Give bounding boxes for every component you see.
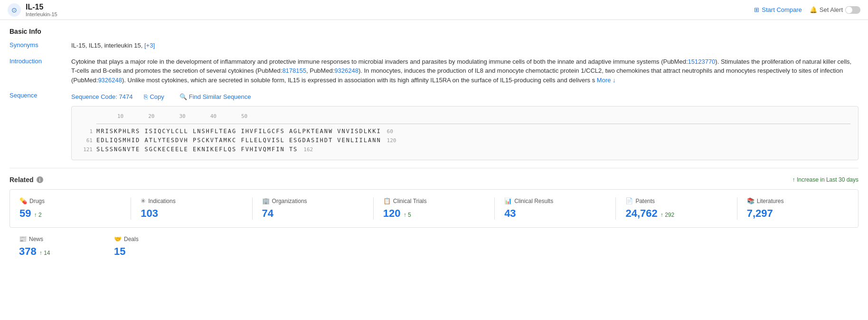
deals-text: Deals [124, 236, 139, 242]
sequence-header: Sequence Code: 7474 ⎘ Copy 🔍 Find Simila… [71, 91, 859, 102]
patents-value: 24,762 ↑ 292 [625, 207, 727, 220]
seq-row-2: 61 EDLIQSMHID ATLYTESDVH PSCKVTAMKC FLLE… [79, 136, 850, 145]
seq-content-3: SLSSNGNVTE SGCKECEELE EKNIKEFLQS FVHIVQM… [96, 145, 298, 154]
ruler-line [96, 124, 850, 124]
stat-literatures[interactable]: 📚 Literatures 7,297 [737, 197, 858, 220]
clinical-results-icon: 📊 [504, 197, 512, 204]
stat-clinical-trials-label: 📋 Clinical Trials [383, 197, 485, 204]
pubmed-link-4[interactable]: 9326248 [98, 77, 122, 84]
ruler-20: 20 [148, 112, 154, 121]
set-alert-button[interactable]: 🔔 Set Alert [810, 6, 860, 14]
main-content: Basic Info Synonyms IL-15, IL15, interle… [0, 20, 868, 265]
literatures-value: 7,297 [747, 207, 849, 220]
seq-content-1: MRISKPHLRS ISIQCYLCLL LNSHFLTEAG IHVFILG… [96, 127, 381, 136]
organizations-icon: 🏢 [262, 197, 270, 204]
seq-row-3: 121 SLSSNGNVTE SGCKECEELE EKNIKEFLQS FVH… [79, 145, 850, 154]
stat-drugs[interactable]: 💊 Drugs 59 ↑ 2 [10, 197, 131, 220]
related-header: Related i ↑ Increase in Last 30 days [9, 176, 859, 184]
news-text: News [29, 236, 43, 242]
stat-patents-label: 📄 Patents [625, 197, 727, 204]
stat-news[interactable]: 📰 News 378 ↑ 14 [9, 235, 104, 258]
find-similar-label: Find Similar Sequence [189, 93, 251, 100]
patents-icon: 📄 [625, 197, 633, 204]
stat-drugs-label: 💊 Drugs [19, 197, 121, 204]
stat-patents[interactable]: 📄 Patents 24,762 ↑ 292 [616, 197, 737, 220]
stat-deals-label: 🤝 Deals [114, 235, 190, 242]
indications-value: 103 [141, 207, 242, 220]
introduction-value: Cytokine that plays a major role in the … [71, 57, 859, 85]
related-title: Related [9, 176, 34, 184]
stat-literatures-label: 📚 Literatures [747, 197, 849, 204]
literatures-icon: 📚 [747, 197, 755, 204]
stat-organizations-label: 🏢 Organizations [262, 197, 364, 204]
entity-info: IL-15 Interleukin-15 [26, 3, 57, 17]
drugs-icon: 💊 [19, 197, 27, 204]
synonyms-label: Synonyms [9, 41, 71, 48]
news-value: 378 ↑ 14 [19, 245, 95, 258]
ruler-40: 40 [210, 112, 217, 121]
stat-clinical-results-label: 📊 Clinical Results [504, 197, 606, 204]
start-compare-button[interactable]: ⊞ Start Compare [754, 6, 802, 13]
seq-content-2: EDLIQSMHID ATLYTESDVH PSCKVTAMKC FLLELQV… [96, 136, 381, 145]
clinical-results-text: Clinical Results [514, 198, 553, 204]
find-similar-icon: 🔍 [179, 93, 187, 100]
set-alert-label: Set Alert [820, 6, 843, 13]
find-similar-button[interactable]: 🔍 Find Similar Sequence [176, 91, 255, 102]
alert-toggle[interactable] [845, 6, 860, 14]
synonyms-row: Synonyms IL-15, IL15, interleukin 15, [+… [9, 41, 859, 50]
clinical-trials-icon: 📋 [383, 197, 391, 204]
stat-clinical-results[interactable]: 📊 Clinical Results 43 [495, 197, 616, 220]
ruler-10: 10 [117, 112, 123, 121]
info-icon[interactable]: i [37, 176, 43, 183]
sequence-label: Sequence [9, 91, 71, 99]
sequence-ruler: 10 20 30 40 50 [79, 112, 850, 121]
news-icon: 📰 [19, 235, 27, 242]
seq-end-2: 120 [387, 136, 396, 145]
seq-end-3: 162 [303, 145, 313, 154]
pubmed-link-1[interactable]: 15123770 [688, 58, 716, 65]
entity-title: IL-15 [26, 3, 57, 11]
sequence-code-link[interactable]: Sequence Code: 7474 [71, 92, 132, 102]
copy-button[interactable]: ⎘ Copy [140, 91, 168, 102]
patents-text: Patents [635, 198, 655, 204]
increase-label: ↑ Increase in Last 30 days [793, 176, 859, 183]
seq-start-3: 121 [79, 145, 93, 154]
section-separator [9, 168, 859, 168]
copy-label: Copy [150, 93, 164, 100]
pubmed-link-2[interactable]: 8178155 [282, 67, 306, 74]
intro-text-3: , PubMed: [306, 67, 334, 74]
synonyms-value: IL-15, IL15, interleukin 15, [+3] [71, 41, 859, 50]
clinical-trials-text: Clinical Trials [393, 198, 427, 204]
deals-icon: 🤝 [114, 235, 122, 242]
more-link[interactable]: More ↓ [597, 77, 616, 84]
copy-icon: ⎘ [144, 93, 148, 100]
synonyms-more-link[interactable]: [+3] [144, 42, 155, 49]
drugs-text: Drugs [29, 198, 45, 204]
header-left: ⊙ IL-15 Interleukin-15 [8, 3, 57, 17]
related-title-group: Related i [9, 176, 43, 184]
patents-badge: ↑ 292 [660, 212, 674, 218]
basic-info-title: Basic Info [9, 28, 859, 35]
header-right: ⊞ Start Compare 🔔 Set Alert [754, 6, 860, 14]
sequence-value: Sequence Code: 7474 ⎘ Copy 🔍 Find Simila… [71, 91, 859, 160]
seq-end-1: 60 [387, 127, 393, 136]
seq-start-1: 1 [79, 127, 93, 136]
news-badge: ↑ 14 [39, 250, 50, 256]
seq-start-2: 61 [79, 136, 93, 145]
stat-indications[interactable]: ✳ Indications 103 [131, 197, 252, 220]
page-header: ⊙ IL-15 Interleukin-15 ⊞ Start Compare 🔔… [0, 0, 868, 20]
entity-icon: ⊙ [8, 3, 21, 17]
stat-deals[interactable]: 🤝 Deals 15 [104, 235, 199, 258]
sequence-box: 10 20 30 40 50 1 MRISKPHLRS ISIQCYLCLL L… [71, 106, 859, 160]
stats-grid-2: 📰 News 378 ↑ 14 🤝 Deals 15 [9, 228, 859, 258]
deals-value: 15 [114, 245, 190, 258]
stat-clinical-trials[interactable]: 📋 Clinical Trials 120 ↑ 5 [374, 197, 495, 220]
ruler-50: 50 [241, 112, 247, 121]
pubmed-link-3[interactable]: 9326248 [334, 67, 359, 74]
alert-icon: 🔔 [810, 6, 817, 13]
literatures-text: Literatures [757, 198, 784, 204]
drugs-value: 59 ↑ 2 [19, 207, 121, 220]
entity-subtitle: Interleukin-15 [26, 11, 57, 17]
stat-organizations[interactable]: 🏢 Organizations 74 [253, 197, 374, 220]
organizations-text: Organizations [272, 198, 307, 204]
